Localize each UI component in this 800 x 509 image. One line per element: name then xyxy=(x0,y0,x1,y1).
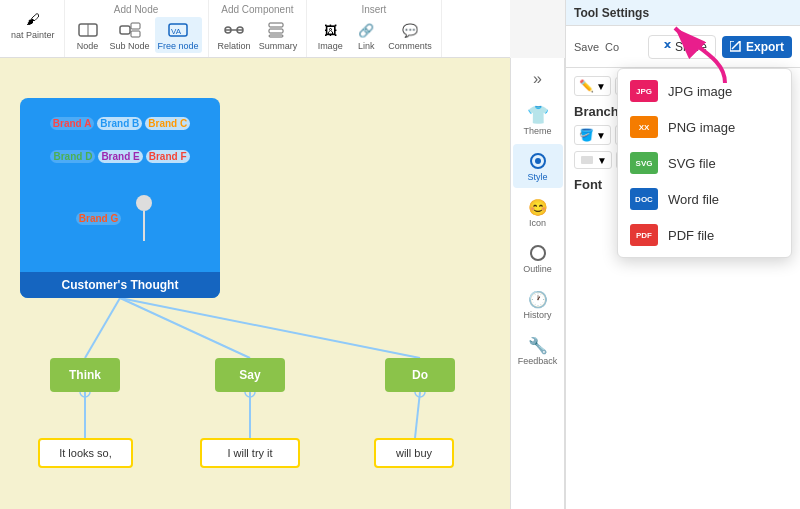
outline-icon-item[interactable]: Outline xyxy=(513,236,563,280)
svg-line-18 xyxy=(415,392,420,438)
toolbar: 🖌 nat Painter Add Node Node Sub Node xyxy=(0,0,510,58)
summary-btn[interactable]: Summary xyxy=(256,17,301,53)
image-btn[interactable]: 🖼 Image xyxy=(313,17,347,53)
svg-rect-11 xyxy=(269,29,283,33)
side-icons-panel: » 👕 Theme Style 😊 Icon Outline 🕐 History… xyxy=(510,58,565,509)
export-svg-item[interactable]: SVG SVG file xyxy=(618,145,791,181)
relation-btn[interactable]: Relation xyxy=(215,17,254,53)
svg-line-13 xyxy=(85,298,120,358)
toolbar-group-insert: Insert 🖼 Image 🔗 Link 💬 Comments xyxy=(307,0,442,57)
svg-text:VA: VA xyxy=(171,27,182,36)
theme-icon-item[interactable]: 👕 Theme xyxy=(513,98,563,142)
svg-rect-3 xyxy=(131,23,140,29)
export-pdf-item[interactable]: PDF PDF file xyxy=(618,217,791,253)
toolbar-group-addnode: Add Node Node Sub Node VA Free node xyxy=(65,0,209,57)
main-node[interactable]: Brand A Brand B Brand C Brand D Brand E … xyxy=(20,98,220,298)
subnode-btn[interactable]: Sub Node xyxy=(107,17,153,53)
link-btn[interactable]: 🔗 Link xyxy=(349,17,383,53)
say-subnode[interactable]: I will try it xyxy=(200,438,300,468)
save-label: Save xyxy=(574,41,599,53)
fill-pattern-btn[interactable]: ▼ xyxy=(574,151,612,169)
fill-color-btn[interactable]: 🪣 ▼ xyxy=(574,125,611,145)
history-icon-item[interactable]: 🕐 History xyxy=(513,282,563,326)
canvas: Brand A Brand B Brand C Brand D Brand E … xyxy=(0,58,510,509)
svg-rect-2 xyxy=(120,26,130,34)
freenode-btn[interactable]: VA Free node xyxy=(155,17,202,53)
export-dropdown: JPG JPG image XX PNG image SVG SVG file … xyxy=(617,68,792,258)
node-btn[interactable]: Node xyxy=(71,17,105,53)
svg-point-24 xyxy=(531,246,545,260)
svg-rect-33 xyxy=(581,156,593,164)
svg-point-23 xyxy=(535,158,541,164)
say-node[interactable]: Say xyxy=(215,358,285,392)
main-node-title: Customer's Thought xyxy=(20,272,220,298)
toolbar-group-painter: 🖌 nat Painter xyxy=(2,0,65,57)
svg-rect-4 xyxy=(131,31,140,37)
toolbar-group-component: Add Component Relation Summary xyxy=(209,0,308,57)
think-subnode[interactable]: It looks so, xyxy=(38,438,133,468)
style-icon-item[interactable]: Style xyxy=(513,144,563,188)
chevron-icon[interactable]: » xyxy=(529,62,546,96)
svg-line-15 xyxy=(120,298,420,358)
do-node[interactable]: Do xyxy=(385,358,455,392)
painter-btn[interactable]: 🖌 nat Painter xyxy=(8,6,58,42)
export-png-item[interactable]: XX PNG image xyxy=(618,109,791,145)
svg-rect-12 xyxy=(269,35,283,37)
feedback-icon-item[interactable]: 🔧 Feedback xyxy=(513,328,563,372)
svg-line-14 xyxy=(120,298,250,358)
co-label: Co xyxy=(605,41,619,53)
pencil-btn[interactable]: ✏️ ▼ xyxy=(574,76,611,96)
export-word-item[interactable]: DOC Word file xyxy=(618,181,791,217)
do-subnode[interactable]: will buy xyxy=(374,438,454,468)
svg-rect-10 xyxy=(269,23,283,27)
icon-icon-item[interactable]: 😊 Icon xyxy=(513,190,563,234)
arrow-indicator xyxy=(665,18,745,91)
comments-btn[interactable]: 💬 Comments xyxy=(385,17,435,53)
think-node[interactable]: Think xyxy=(50,358,120,392)
